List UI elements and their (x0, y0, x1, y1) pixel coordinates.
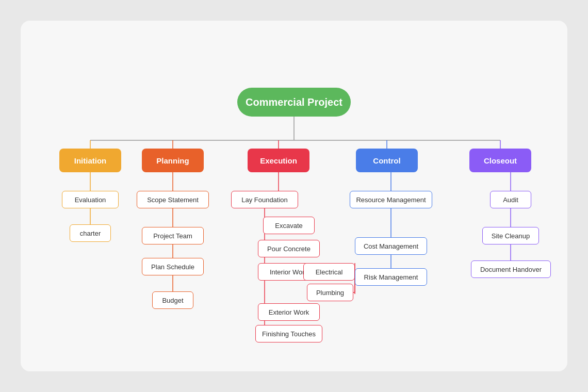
diagram-card: Commercial Project Initiation Planning E… (21, 21, 567, 371)
costmgmt-node: Cost Management (355, 237, 427, 255)
finishingtouches-node: Finishing Touches (255, 325, 322, 342)
budget-node: Budget (152, 291, 193, 309)
excavate-node: Excavate (263, 217, 315, 234)
initiation-node: Initiation (59, 149, 121, 172)
execution-node: Execution (248, 149, 309, 172)
planschedule-node: Plan Schedule (142, 258, 204, 275)
electrical-node: Electrical (303, 263, 355, 281)
pourconcrete-node: Pour Concrete (258, 240, 320, 257)
audit-node: Audit (490, 191, 531, 208)
scope-node: Scope Statement (137, 191, 209, 208)
plumbing-node: Plumbing (307, 284, 353, 301)
planning-node: Planning (142, 149, 204, 172)
sitecleanup-node: Site Cleanup (482, 227, 539, 244)
evaluation-node: Evaluation (62, 191, 119, 208)
projectteam-node: Project Team (142, 227, 204, 244)
resourcemgmt-node: Resource Management (350, 191, 432, 208)
charter-node: charter (70, 224, 111, 242)
exteriorwork-node: Exterior Work (258, 303, 320, 321)
layfoundation-node: Lay Foundation (231, 191, 298, 208)
riskmgmt-node: Risk Management (355, 268, 427, 286)
dochandover-node: Document Handover (471, 260, 551, 278)
control-node: Control (356, 149, 418, 172)
closeout-node: Closeout (469, 149, 531, 172)
root-node: Commercial Project (237, 88, 351, 117)
